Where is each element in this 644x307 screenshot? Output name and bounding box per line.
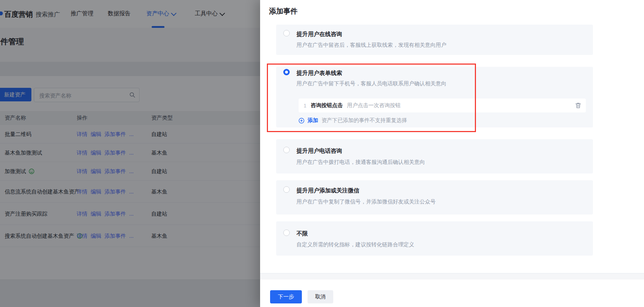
- event-option-online-consult[interactable]: 提升用户在线咨询 用户在广告中留咨后，客服线上获取线索，发现有相关意向用户: [276, 25, 593, 55]
- option-description: 用户在广告中复制了微信号，并添加微信好友或关注公众号: [296, 198, 436, 205]
- add-button[interactable]: 添加: [308, 117, 318, 124]
- option-title: 提升用户添加或关注微信: [296, 187, 359, 195]
- drawer-title: 添加事件: [269, 6, 298, 16]
- trash-icon: [575, 102, 582, 109]
- next-step-button[interactable]: 下一步: [270, 290, 302, 303]
- event-option-form-lead[interactable]: 提升用户表单线索 用户在广告中留下手机号，客服人员电话联系用户确认相关意向 1 …: [276, 67, 593, 127]
- radio-unselected-icon[interactable]: [283, 230, 290, 236]
- radio-unselected-icon[interactable]: [283, 186, 290, 193]
- option-description: 用户在广告中留下手机号，客服人员电话联系用户确认相关意向: [296, 80, 446, 87]
- option-title: 提升用户电话咨询: [296, 147, 342, 155]
- modal-overlay[interactable]: [0, 0, 262, 307]
- circle-plus-icon: [299, 118, 304, 124]
- selected-event-row: 1 咨询按钮点击 用户点击一次咨询按钮: [299, 99, 586, 112]
- option-title: 不限: [296, 230, 308, 238]
- event-option-wechat-follow[interactable]: 提升用户添加或关注微信 用户在广告中复制了微信号，并添加微信好友或关注公众号: [276, 180, 593, 215]
- radio-selected-icon[interactable]: [283, 69, 290, 75]
- option-title: 提升用户在线咨询: [296, 31, 342, 38]
- screen: 百度营销 搜索推广 推广管理 数据报告 资产中心 工具中心 件管理 新建资产: [0, 0, 644, 307]
- add-event-drawer: 添加事件 提升用户在线咨询 用户在广告中留咨后，客服线上获取线索，发现有相关意向…: [260, 0, 644, 307]
- option-description: 自定义所需的转化指标，建议按转化链路合理定义: [296, 241, 414, 248]
- event-option-phone-consult[interactable]: 提升用户电话咨询 用户在广告中拨打电话，接通客服沟通后确认相关意向: [276, 139, 593, 173]
- event-description: 用户点击一次咨询按钮: [347, 102, 401, 109]
- event-option-unlimited[interactable]: 不限 自定义所需的转化指标，建议按转化链路合理定义: [276, 221, 593, 256]
- add-event-row: 添加 资产下已添加的事件不支持重复选择: [299, 117, 407, 124]
- cancel-button[interactable]: 取消: [308, 290, 333, 303]
- event-name: 咨询按钮点击: [311, 102, 343, 109]
- radio-unselected-icon[interactable]: [283, 147, 290, 153]
- delete-event-button[interactable]: [575, 102, 582, 109]
- add-hint: 资产下已添加的事件不支持重复选择: [321, 117, 407, 124]
- footer-strip: [260, 273, 644, 280]
- radio-unselected-icon[interactable]: [283, 30, 290, 36]
- option-description: 用户在广告中留咨后，客服线上获取线索，发现有相关意向用户: [296, 42, 446, 49]
- option-title: 提升用户表单线索: [296, 70, 342, 77]
- event-index: 1: [304, 103, 306, 109]
- option-description: 用户在广告中拨打电话，接通客服沟通后确认相关意向: [296, 159, 425, 166]
